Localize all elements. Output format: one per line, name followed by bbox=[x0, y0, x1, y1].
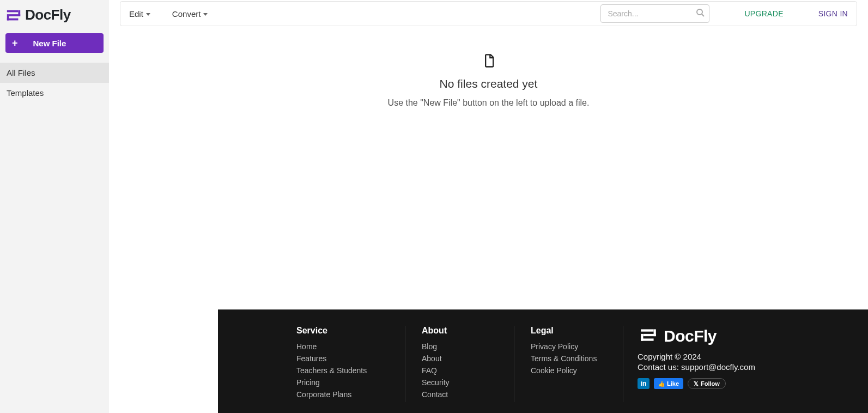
svg-rect-4 bbox=[7, 14, 9, 20]
footer-copyright: Copyright © 2024 bbox=[638, 352, 755, 361]
footer: Service Home Features Teachers & Student… bbox=[218, 309, 868, 413]
svg-rect-0 bbox=[7, 10, 19, 12]
search-box bbox=[600, 4, 709, 23]
caret-down-icon bbox=[203, 13, 208, 16]
social-row: in 👍 Like 𝕏 Follow bbox=[638, 378, 755, 389]
x-follow-button[interactable]: 𝕏 Follow bbox=[688, 378, 726, 389]
files-icon bbox=[109, 53, 868, 71]
brand-logo[interactable]: DocFly bbox=[0, 0, 109, 33]
empty-state: No files created yet Use the "New File" … bbox=[109, 53, 868, 108]
docfly-logo-icon bbox=[5, 7, 22, 23]
brand-name: DocFly bbox=[25, 7, 71, 23]
main-area: Edit Convert UPGRADE SIGN IN bbox=[109, 0, 868, 413]
footer-link[interactable]: Privacy Policy bbox=[531, 342, 606, 351]
svg-rect-3 bbox=[18, 10, 20, 16]
x-icon: 𝕏 bbox=[694, 380, 699, 387]
footer-contact-prefix: Contact us: bbox=[638, 362, 681, 372]
signin-link[interactable]: SIGN IN bbox=[818, 9, 848, 18]
empty-subtitle: Use the "New File" button on the left to… bbox=[109, 98, 868, 108]
footer-logo[interactable]: DocFly bbox=[638, 326, 755, 347]
plus-icon: + bbox=[12, 38, 18, 49]
new-file-label: New File bbox=[33, 39, 66, 48]
footer-col-legal: Legal Privacy Policy Terms & Conditions … bbox=[514, 326, 623, 402]
footer-link[interactable]: About bbox=[422, 354, 497, 363]
linkedin-button[interactable]: in bbox=[638, 378, 650, 389]
sidebar-item-templates[interactable]: Templates bbox=[0, 83, 109, 103]
edit-dropdown[interactable]: Edit bbox=[129, 9, 150, 19]
follow-label: Follow bbox=[701, 380, 720, 387]
convert-dropdown[interactable]: Convert bbox=[172, 9, 208, 19]
footer-link[interactable]: Pricing bbox=[296, 378, 389, 387]
footer-heading-about: About bbox=[422, 326, 497, 336]
empty-title: No files created yet bbox=[109, 77, 868, 90]
caret-down-icon bbox=[146, 13, 150, 16]
footer-contact-email[interactable]: support@docfly.com bbox=[681, 362, 755, 372]
footer-link[interactable]: Features bbox=[296, 354, 389, 363]
upgrade-link[interactable]: UPGRADE bbox=[744, 9, 783, 18]
footer-brand-name: DocFly bbox=[664, 327, 717, 345]
footer-link[interactable]: Terms & Conditions bbox=[531, 354, 606, 363]
svg-rect-10 bbox=[654, 329, 656, 336]
convert-label: Convert bbox=[172, 9, 201, 19]
footer-link[interactable]: Security bbox=[422, 378, 497, 387]
footer-link[interactable]: FAQ bbox=[422, 366, 497, 375]
topbar: Edit Convert UPGRADE SIGN IN bbox=[120, 1, 857, 26]
footer-link[interactable]: Cookie Policy bbox=[531, 366, 606, 375]
footer-link[interactable]: Corporate Plans bbox=[296, 390, 389, 399]
linkedin-icon: in bbox=[641, 380, 647, 387]
sidebar: DocFly + New File All Files Templates bbox=[0, 0, 109, 413]
search-icon[interactable] bbox=[696, 8, 705, 19]
edit-label: Edit bbox=[129, 9, 143, 19]
footer-link[interactable]: Home bbox=[296, 342, 389, 351]
footer-right: DocFly Copyright © 2024 Contact us: supp… bbox=[623, 326, 755, 402]
search-input[interactable] bbox=[600, 4, 709, 23]
footer-link[interactable]: Blog bbox=[422, 342, 497, 351]
footer-col-service: Service Home Features Teachers & Student… bbox=[296, 326, 405, 402]
new-file-button[interactable]: + New File bbox=[5, 33, 104, 53]
sidebar-nav: All Files Templates bbox=[0, 63, 109, 103]
footer-heading-service: Service bbox=[296, 326, 389, 336]
footer-contact: Contact us: support@docfly.com bbox=[638, 362, 755, 372]
docfly-logo-icon bbox=[638, 326, 659, 347]
footer-col-about: About Blog About FAQ Security Contact bbox=[405, 326, 514, 402]
svg-point-5 bbox=[697, 9, 702, 15]
svg-rect-7 bbox=[641, 329, 653, 331]
like-label: Like bbox=[667, 380, 679, 387]
thumbs-up-icon: 👍 bbox=[658, 381, 665, 387]
footer-link[interactable]: Contact bbox=[422, 390, 497, 399]
footer-heading-legal: Legal bbox=[531, 326, 606, 336]
svg-rect-11 bbox=[641, 334, 643, 341]
svg-line-6 bbox=[702, 14, 704, 16]
facebook-like-button[interactable]: 👍 Like bbox=[654, 378, 683, 389]
footer-link[interactable]: Teachers & Students bbox=[296, 366, 389, 375]
sidebar-item-all-files[interactable]: All Files bbox=[0, 63, 109, 83]
